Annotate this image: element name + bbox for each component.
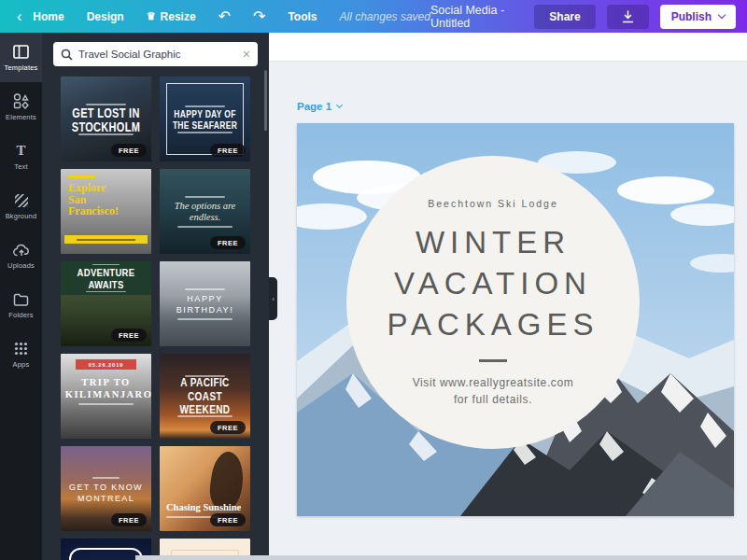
template-thumbnail-options-endless[interactable]: The options are endless. FREE [160, 169, 250, 254]
free-badge: FREE [210, 421, 246, 434]
sidebar-label: Apps [13, 360, 30, 369]
text-icon: T [13, 143, 30, 160]
sidebar-item-text[interactable]: T Text [0, 132, 42, 181]
decorative-banner: ADVENTURE AWAITS [61, 261, 151, 295]
redo-icon[interactable]: ↷ [253, 7, 265, 25]
design-footer-line[interactable]: Visit www.reallygreatsite.com [413, 374, 574, 391]
tools-menu[interactable]: Tools [288, 10, 317, 23]
free-badge: FREE [111, 513, 147, 526]
decorative-caption [92, 477, 120, 479]
sidebar-label: Uploads [7, 261, 35, 270]
decorative-banner [64, 235, 148, 244]
template-thumbnail-san-francisco[interactable]: Explore San Francisco! [61, 169, 151, 254]
sidebar-item-uploads[interactable]: Uploads [0, 231, 42, 280]
decorative-caption [68, 175, 95, 178]
document-title[interactable]: Social Media - Untitled [430, 4, 514, 30]
template-thumbnail-montreal[interactable]: GET TO KNOW MONTREAL FREE [61, 446, 151, 531]
template-title: TRIP TO KILIMANJARO [65, 376, 147, 400]
decorative-caption [86, 291, 127, 292]
window-bottom-edge [135, 555, 747, 560]
date-banner: 05.26.2019 [76, 359, 137, 370]
design-kicker-text[interactable]: Beechtown Ski Lodge [428, 198, 558, 209]
apps-grid-icon [13, 341, 30, 357]
panel-scrollbar[interactable] [264, 70, 267, 131]
template-title: HAPPY DAY OF THE SEAFARER [170, 108, 241, 131]
template-title: HAPPY BIRTHDAY! [160, 293, 250, 315]
sidebar-label: Elements [6, 113, 36, 121]
sidebar-item-bkground[interactable]: Bkground [0, 181, 42, 231]
publish-label: Publish [671, 10, 712, 23]
crown-icon: ♛ [147, 10, 156, 22]
template-title: ADVENTURE AWAITS [61, 266, 151, 290]
resize-label: Resize [161, 10, 196, 23]
resize-menu[interactable]: ♛ Resize [147, 10, 196, 23]
templates-icon [13, 44, 30, 61]
page-label-text: Page 1 [297, 101, 331, 112]
home-button[interactable]: Home [33, 10, 63, 23]
decorative-frame [69, 548, 143, 560]
design-menu[interactable]: Design [87, 10, 124, 23]
background-icon [13, 192, 30, 209]
decorative-caption [185, 288, 226, 290]
free-badge: FREE [210, 144, 246, 157]
save-status: All changes saved [340, 10, 430, 23]
canvas-area: ‹ Page 1 [269, 33, 747, 560]
sidebar-item-templates[interactable]: Templates [0, 33, 42, 82]
sidebar-label: Text [14, 162, 28, 171]
share-button[interactable]: Share [534, 5, 595, 29]
upload-cloud-icon [13, 242, 30, 259]
context-toolbar [269, 33, 747, 62]
chevron-down-icon [718, 11, 726, 19]
template-title: Chasing Sunshine [166, 502, 241, 512]
publish-button[interactable]: Publish [660, 5, 736, 29]
top-bar: ‹ Home Design ♛ Resize ↶ ↷ Tools All cha… [0, 0, 747, 33]
undo-icon[interactable]: ↶ [218, 7, 231, 25]
panel-collapse-handle[interactable]: ‹ [269, 277, 277, 320]
free-badge: FREE [210, 236, 246, 249]
decorative-caption [177, 226, 232, 228]
design-title-line[interactable]: PACKAGES [387, 304, 599, 345]
search-box[interactable]: × [53, 42, 258, 66]
share-label: Share [549, 10, 580, 23]
download-button[interactable] [607, 5, 649, 29]
template-thumbnail-kilimanjaro[interactable]: 05.26.2019 TRIP TO KILIMANJARO [61, 354, 151, 439]
chevron-down-icon [336, 102, 343, 108]
elements-icon [13, 93, 30, 110]
canva-editor: ‹ Home Design ♛ Resize ↶ ↷ Tools All cha… [0, 0, 747, 560]
design-title-line[interactable]: VACATION [394, 263, 592, 304]
design-footer-line[interactable]: for full details. [454, 391, 532, 408]
template-thumbnail-adventure-awaits[interactable]: ADVENTURE AWAITS FREE [61, 261, 151, 346]
free-badge: FREE [111, 144, 147, 157]
design-divider [479, 359, 507, 362]
side-rail: Templates Elements T Text Bkground [0, 33, 42, 560]
page-selector[interactable]: Page 1 [297, 101, 342, 112]
sidebar-label: Folders [8, 311, 33, 319]
sidebar-item-folders[interactable]: Folders [0, 280, 42, 329]
sidebar-item-apps[interactable]: Apps [0, 329, 42, 379]
sidebar-label: Bkground [6, 212, 37, 220]
free-badge: FREE [210, 513, 246, 526]
templates-panel: × GET LOST IN STOCKHOLM FREE HAPPY DAY O… [42, 33, 269, 560]
back-icon[interactable]: ‹ [17, 9, 21, 24]
decorative-caption [185, 196, 226, 198]
decorative-caption [177, 318, 232, 320]
template-grid: GET LOST IN STOCKHOLM FREE HAPPY DAY OF … [61, 77, 250, 560]
design-text-block[interactable]: Beechtown Ski Lodge WINTER VACATION PACK… [345, 155, 641, 450]
template-title: GET TO KNOW MONTREAL [61, 482, 151, 504]
template-thumbnail-seafarer[interactable]: HAPPY DAY OF THE SEAFARER FREE [160, 77, 250, 161]
clear-search-icon[interactable]: × [243, 48, 250, 61]
template-thumbnail-pacific-coast[interactable]: A PACIFIC COAST WEEKEND FREE [160, 354, 250, 439]
template-title: Explore San Francisco! [68, 182, 122, 217]
decorative-caption [78, 403, 133, 405]
template-title: GET LOST IN STOCKHOLM [67, 105, 145, 133]
sidebar-item-elements[interactable]: Elements [0, 82, 42, 132]
template-title: The options are endless. [169, 201, 242, 223]
search-input[interactable] [78, 49, 237, 60]
design-title-line[interactable]: WINTER [416, 222, 571, 263]
template-thumbnail-chasing-sunshine[interactable]: Chasing Sunshine FREE [160, 446, 250, 531]
design-page[interactable]: Beechtown Ski Lodge WINTER VACATION PACK… [297, 123, 734, 516]
template-thumbnail-happy-birthday[interactable]: HAPPY BIRTHDAY! [160, 261, 250, 346]
search-icon [61, 49, 73, 61]
template-thumbnail-stockholm[interactable]: GET LOST IN STOCKHOLM FREE [61, 77, 151, 161]
sidebar-label: Templates [5, 63, 38, 72]
